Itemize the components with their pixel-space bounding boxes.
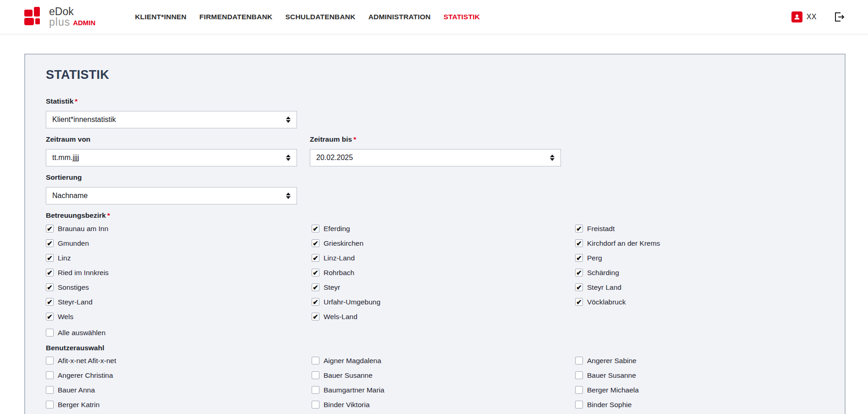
nav-item-schuldatenbank[interactable]: SCHULDATENBANK — [285, 13, 355, 21]
zeitraum-bis-input[interactable]: 20.02.2025 — [310, 149, 561, 166]
zeitraum-bis-value: 20.02.2025 — [316, 154, 353, 162]
user-checkbox-row[interactable]: Bauer Anna — [46, 386, 312, 394]
checkbox-icon[interactable] — [575, 225, 583, 232]
checkbox-icon[interactable] — [312, 254, 319, 262]
required-asterisk: * — [353, 135, 356, 143]
sortierung-select[interactable]: Nachname — [46, 187, 297, 204]
checkbox-label: Steyr-Land — [58, 298, 93, 306]
bezirk-checkbox-row[interactable]: Freistadt — [575, 225, 824, 232]
bezirk-column-2: Eferding Grieskirchen Linz-Land — [312, 225, 575, 320]
checkbox-label: Alle auswählen — [58, 329, 105, 337]
checkbox-icon[interactable] — [46, 225, 54, 232]
bezirk-checkbox-row[interactable]: Steyr Land — [575, 283, 824, 291]
user-checkbox-row[interactable]: Berger Michaela — [575, 386, 824, 394]
checkbox-label: Bauer Susanne — [324, 371, 373, 380]
nav-item-firmendatenbank[interactable]: FIRMENDATENBANK — [199, 13, 272, 21]
app-logo[interactable]: eDok plusADMIN — [24, 6, 95, 28]
checkbox-icon[interactable] — [46, 254, 54, 262]
checkbox-label: Wels — [58, 313, 73, 321]
nav-item-administration[interactable]: ADMINISTRATION — [368, 13, 431, 21]
user-checkbox-row[interactable]: Bauer Susanne — [312, 371, 575, 379]
checkbox-icon[interactable] — [46, 371, 54, 379]
checkbox-label: Eferding — [324, 225, 350, 233]
user-checkbox-row[interactable]: Binder Viktoria — [312, 401, 575, 408]
checkbox-icon[interactable] — [46, 357, 54, 364]
nav-item-statistik[interactable]: STATISTIK — [444, 13, 480, 21]
bezirk-checkbox-row[interactable]: Eferding — [312, 225, 575, 232]
checkbox-icon[interactable] — [46, 298, 54, 306]
checkbox-label: Steyr Land — [587, 283, 621, 292]
checkbox-icon[interactable] — [575, 269, 583, 276]
checkbox-icon[interactable] — [312, 298, 319, 306]
user-checkbox-row[interactable]: Baumgartner Maria — [312, 386, 575, 394]
checkbox-icon[interactable] — [575, 283, 583, 291]
bezirk-checkbox-row[interactable]: Wels-Land — [312, 313, 575, 320]
bezirk-checkbox-row[interactable]: Perg — [575, 254, 824, 262]
checkbox-icon[interactable] — [312, 313, 319, 320]
checkbox-label: Ried im Innkreis — [58, 269, 109, 277]
user-checkbox-row[interactable]: Berger Katrin — [46, 401, 312, 408]
bezirk-checkbox-row[interactable]: Wels — [46, 313, 312, 320]
nav-item-klientinnen[interactable]: KLIENT*INNEN — [135, 13, 187, 21]
checkbox-icon[interactable] — [312, 239, 319, 247]
checkbox-icon[interactable] — [312, 283, 319, 291]
checkbox-icon[interactable] — [575, 239, 583, 247]
checkbox-icon[interactable] — [575, 357, 583, 364]
bezirk-checkbox-row[interactable]: Steyr — [312, 283, 575, 291]
bezirk-checkbox-row[interactable]: Gmunden — [46, 239, 312, 247]
bezirk-checkbox-row[interactable]: Grieskirchen — [312, 239, 575, 247]
bezirk-checkbox-row[interactable]: Linz-Land — [312, 254, 575, 262]
checkbox-icon[interactable] — [312, 357, 319, 364]
logout-icon[interactable] — [833, 11, 845, 23]
checkbox-icon[interactable] — [312, 401, 319, 408]
checkbox-icon[interactable] — [46, 283, 54, 291]
date-spinner-icon — [550, 155, 555, 161]
checkbox-icon[interactable] — [46, 269, 54, 276]
statistik-select[interactable]: Klient*innenstatistik — [46, 111, 297, 128]
user-checkbox-row[interactable]: Binder Sophie — [575, 401, 824, 408]
user-icon[interactable] — [791, 11, 802, 22]
bezirk-checkbox-row[interactable]: Vöcklabruck — [575, 298, 824, 306]
bezirk-checkbox-row[interactable]: Urfahr-Umgebung — [312, 298, 575, 306]
bezirk-checkbox-row[interactable]: Kirchdorf an der Krems — [575, 239, 824, 247]
checkbox-label: Linz — [58, 254, 71, 262]
user-checkbox-row[interactable]: Aigner Magdalena — [312, 357, 575, 364]
bezirk-checkbox-row[interactable]: Linz — [46, 254, 312, 262]
user-checkbox-row[interactable]: Angerer Christina — [46, 371, 312, 379]
user-checkbox-row[interactable]: Bauer Susanne — [575, 371, 824, 379]
checkbox-icon[interactable] — [46, 239, 54, 247]
required-asterisk: * — [107, 211, 110, 219]
checkbox-label: Steyr — [324, 283, 340, 292]
bezirk-column-1: Braunau am Inn Gmunden Linz Ried — [46, 225, 312, 320]
zeitraum-bis-label: Zeitraum bis* — [310, 135, 561, 144]
bezirk-checkbox-row[interactable]: Sonstiges — [46, 283, 312, 291]
bezirk-checkbox-row[interactable]: Schärding — [575, 269, 824, 276]
checkbox-icon[interactable] — [575, 254, 583, 262]
user-checkbox-row[interactable]: Afit-x-net Afit-x-net — [46, 357, 312, 364]
bezirk-checkbox-row[interactable]: Steyr-Land — [46, 298, 312, 306]
checkbox-icon[interactable] — [575, 401, 583, 408]
zeitraum-von-input[interactable]: tt.mm.jjjj — [46, 149, 297, 166]
bezirk-checkbox-row[interactable]: Ried im Innkreis — [46, 269, 312, 276]
checkbox-icon[interactable] — [575, 386, 583, 394]
logo-line1: eDok — [49, 6, 95, 17]
checkbox-icon[interactable] — [46, 313, 54, 320]
bezirk-checkbox-row[interactable]: Braunau am Inn — [46, 225, 312, 232]
checkbox-icon[interactable] — [312, 371, 319, 379]
alle-auswaehlen-row[interactable]: Alle auswählen — [46, 329, 824, 337]
header-right: XX — [791, 11, 845, 23]
checkbox-icon[interactable] — [312, 225, 319, 232]
select-spinner-icon — [286, 116, 291, 123]
checkbox-icon[interactable] — [312, 269, 319, 276]
checkbox-icon[interactable] — [46, 386, 54, 394]
checkbox-icon[interactable] — [575, 371, 583, 379]
checkbox-icon[interactable] — [575, 298, 583, 306]
user-checkbox-row[interactable]: Angerer Sabine — [575, 357, 824, 364]
bezirk-checkbox-row[interactable]: Rohrbach — [312, 269, 575, 276]
checkbox-icon[interactable] — [46, 329, 54, 337]
benutzerauswahl-label: Benutzerauswahl — [46, 344, 824, 352]
zeitraum-von-label: Zeitraum von — [46, 135, 297, 144]
select-spinner-icon — [286, 193, 291, 199]
checkbox-icon[interactable] — [46, 401, 54, 408]
checkbox-icon[interactable] — [312, 386, 319, 394]
